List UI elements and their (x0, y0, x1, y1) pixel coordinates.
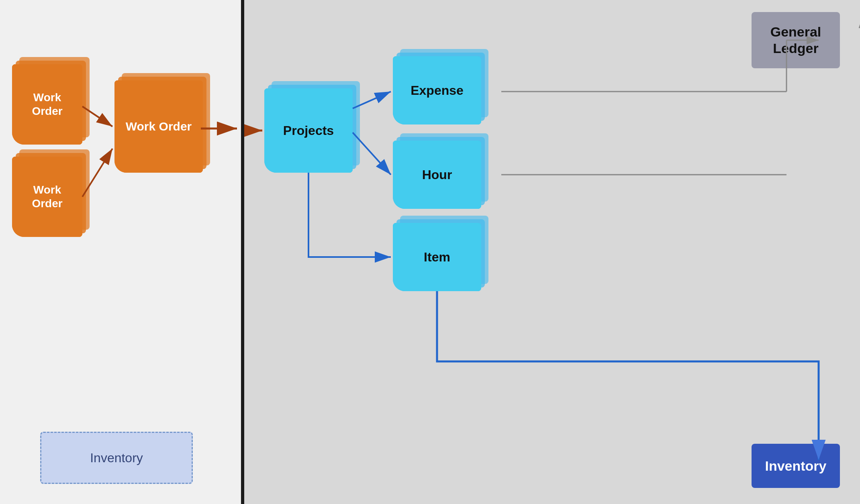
item-stack: Item (393, 223, 481, 291)
work-order-merged-label: Work Order (114, 80, 203, 173)
work-order-bottom-label: WorkOrder (12, 157, 82, 237)
inventory-left-label: Inventory (90, 451, 143, 465)
left-panel: WorkOrder WorkOrder Work Order Inventory (0, 0, 241, 504)
panel-divider (241, 0, 244, 504)
inventory-left-box: Inventory (40, 432, 193, 484)
work-order-top-stack: WorkOrder (12, 64, 82, 145)
projects-label: Projects (264, 88, 353, 173)
inventory-right-label: Inventory (765, 458, 826, 474)
expense-label: Expense (393, 56, 481, 124)
work-order-bottom-stack: WorkOrder (12, 157, 82, 237)
work-order-merged-stack: Work Order (114, 80, 203, 173)
hour-label: Hour (393, 141, 481, 209)
work-order-top-label: WorkOrder (12, 64, 82, 145)
item-label: Item (393, 223, 481, 291)
right-arrows-svg (244, 0, 860, 504)
expense-stack: Expense (393, 56, 481, 124)
general-ledger-box: General Ledger (752, 12, 840, 68)
projects-stack: Projects (264, 88, 353, 173)
inventory-right-box: Inventory (752, 444, 840, 488)
right-panel: Projects Expense Hour Item General Ledge… (244, 0, 860, 504)
hour-stack: Hour (393, 141, 481, 209)
general-ledger-label: General Ledger (752, 24, 840, 57)
